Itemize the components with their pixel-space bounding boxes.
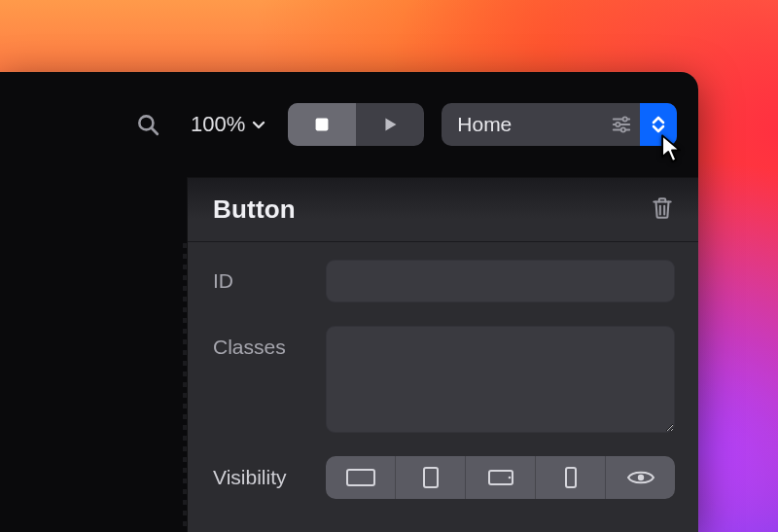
- device-tablet-landscape[interactable]: [465, 456, 535, 499]
- svg-point-9: [621, 127, 625, 131]
- zoom-value: 100%: [191, 112, 245, 137]
- phone-icon: [564, 466, 578, 489]
- delete-button[interactable]: [650, 195, 675, 225]
- play-icon: [379, 114, 401, 135]
- device-phone[interactable]: [535, 456, 605, 499]
- svg-rect-12: [347, 470, 374, 485]
- field-row-id: ID: [213, 260, 675, 302]
- search-button[interactable]: [126, 112, 169, 137]
- visibility-row: Visibility: [213, 456, 675, 499]
- panel-title: Button: [213, 195, 296, 225]
- search-icon: [135, 112, 160, 137]
- classes-field[interactable]: [326, 326, 675, 433]
- app-window: 100% Home: [0, 72, 698, 532]
- desktop-icon: [344, 467, 377, 488]
- visibility-label: Visibility: [213, 466, 326, 489]
- svg-point-15: [508, 477, 511, 479]
- trash-icon: [650, 195, 675, 221]
- chevron-down-icon: [251, 117, 266, 132]
- chevron-up-icon: [652, 116, 665, 124]
- sliders-icon: [611, 114, 632, 135]
- panel-body: ID Classes Visibility: [188, 242, 698, 499]
- svg-rect-2: [316, 119, 329, 131]
- sidebar: [0, 177, 187, 532]
- device-visible[interactable]: [605, 456, 675, 499]
- svg-point-7: [616, 123, 619, 126]
- run-play[interactable]: [356, 103, 424, 146]
- svg-rect-13: [424, 468, 438, 487]
- toolbar: 100% Home: [0, 72, 698, 177]
- tablet-landscape-icon: [487, 468, 514, 487]
- zoom-dropdown[interactable]: 100%: [187, 112, 270, 137]
- svg-point-5: [623, 117, 627, 121]
- run-segmented[interactable]: [288, 103, 424, 146]
- chevron-down-icon: [652, 124, 665, 133]
- run-stop[interactable]: [288, 103, 356, 146]
- mouse-cursor: [659, 134, 687, 163]
- panel-header: Button: [188, 178, 698, 242]
- svg-rect-16: [566, 468, 576, 487]
- svg-line-1: [152, 128, 158, 134]
- svg-marker-3: [386, 119, 397, 131]
- device-desktop[interactable]: [326, 456, 395, 499]
- field-row-classes: Classes: [213, 326, 675, 433]
- visibility-segmented[interactable]: [326, 456, 675, 499]
- page-popup-button[interactable]: Home: [442, 103, 677, 146]
- field-label-classes: Classes: [213, 326, 326, 359]
- field-label-id: ID: [213, 260, 326, 293]
- device-tablet[interactable]: [395, 456, 465, 499]
- eye-icon: [626, 468, 655, 487]
- id-field[interactable]: [326, 260, 675, 302]
- stop-icon: [311, 114, 333, 135]
- svg-point-17: [637, 475, 643, 480]
- page-selected-label: Home: [457, 113, 512, 136]
- tablet-icon: [421, 466, 441, 489]
- inspector-panel: Button ID Classes: [187, 177, 698, 532]
